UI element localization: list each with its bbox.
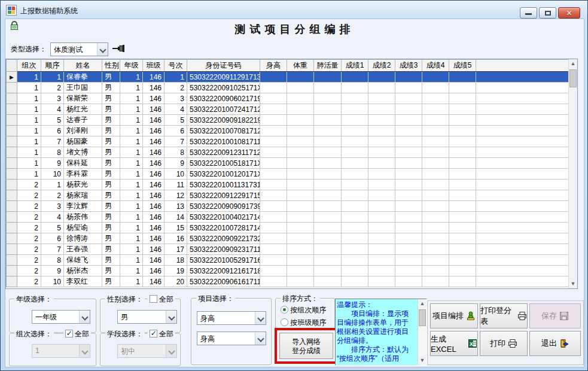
- cell[interactable]: 8: [41, 255, 64, 266]
- cell[interactable]: [287, 83, 314, 93]
- chevron-down-icon[interactable]: [166, 311, 176, 323]
- cell[interactable]: [260, 72, 287, 83]
- cell[interactable]: 10: [41, 276, 64, 287]
- cell[interactable]: [342, 158, 368, 169]
- cell[interactable]: [314, 201, 342, 212]
- cell[interactable]: 1: [120, 115, 143, 126]
- cell[interactable]: 保科延: [64, 158, 102, 169]
- cell[interactable]: 1: [120, 212, 143, 223]
- cell[interactable]: [260, 180, 287, 190]
- cell[interactable]: 男: [102, 180, 120, 190]
- cell[interactable]: [342, 169, 368, 180]
- cell[interactable]: 1: [17, 136, 41, 147]
- cell[interactable]: [368, 147, 395, 158]
- chevron-down-icon[interactable]: [255, 332, 266, 345]
- cell[interactable]: 53032220100120171X: [187, 169, 260, 180]
- cell[interactable]: [314, 115, 342, 126]
- cell[interactable]: 19: [164, 266, 187, 276]
- cell[interactable]: 5: [164, 115, 187, 126]
- cell[interactable]: [260, 266, 287, 276]
- cell[interactable]: [395, 190, 422, 201]
- cell[interactable]: [314, 180, 342, 190]
- cell[interactable]: [395, 136, 422, 147]
- cell[interactable]: [449, 72, 476, 83]
- cell[interactable]: 1: [17, 72, 41, 83]
- cell[interactable]: 146: [143, 266, 164, 276]
- cell[interactable]: 杨茶伟: [64, 212, 102, 223]
- cell[interactable]: 530322200911291713: [187, 72, 260, 83]
- row-indicator[interactable]: [7, 93, 17, 104]
- cell[interactable]: 2: [17, 276, 41, 287]
- cell[interactable]: [342, 93, 368, 104]
- cell[interactable]: 146: [143, 147, 164, 158]
- cell[interactable]: 2: [164, 83, 187, 93]
- sort-by-class-radio[interactable]: [281, 318, 288, 326]
- cell[interactable]: [422, 190, 449, 201]
- cell[interactable]: [476, 158, 569, 169]
- cell[interactable]: [287, 266, 314, 276]
- cell[interactable]: [449, 266, 476, 276]
- cell[interactable]: 4: [41, 104, 64, 115]
- cell[interactable]: [422, 147, 449, 158]
- cell[interactable]: 2: [17, 223, 41, 233]
- cell[interactable]: [314, 255, 342, 266]
- cell[interactable]: 1: [164, 72, 187, 83]
- cell[interactable]: 达睿子: [64, 115, 102, 126]
- cell[interactable]: 保睿拳: [64, 72, 102, 83]
- cell[interactable]: [476, 147, 569, 158]
- cell[interactable]: [395, 126, 422, 136]
- cell[interactable]: [287, 158, 314, 169]
- cell[interactable]: [476, 72, 569, 83]
- cell[interactable]: [476, 212, 569, 223]
- chevron-down-icon[interactable]: [79, 311, 90, 323]
- column-header[interactable]: 身高: [260, 60, 287, 72]
- table-row[interactable]: 26徐博涛男114616530322200909221732: [7, 233, 569, 244]
- row-indicator[interactable]: [7, 212, 17, 223]
- cell[interactable]: 杨国豪: [64, 136, 102, 147]
- cell[interactable]: 李科霖: [64, 169, 102, 180]
- cell[interactable]: [342, 190, 368, 201]
- cell[interactable]: [422, 104, 449, 115]
- column-header[interactable]: 年级: [120, 60, 143, 72]
- cell[interactable]: 146: [143, 83, 164, 93]
- column-header[interactable]: [476, 60, 569, 72]
- table-row[interactable]: 16刘泽刚男11466530322201007081712: [7, 126, 569, 136]
- column-header[interactable]: 成绩5: [449, 60, 476, 72]
- cell[interactable]: 男: [102, 93, 120, 104]
- cell[interactable]: [260, 136, 287, 147]
- cell[interactable]: [368, 266, 395, 276]
- cell[interactable]: 146: [143, 169, 164, 180]
- cell[interactable]: [422, 244, 449, 255]
- cell[interactable]: 1: [120, 180, 143, 190]
- cell[interactable]: [287, 233, 314, 244]
- cell[interactable]: 男: [102, 212, 120, 223]
- cell[interactable]: 146: [143, 223, 164, 233]
- cell[interactable]: [368, 93, 395, 104]
- table-row[interactable]: 22杨家瑞男114612530322200912291715: [7, 190, 569, 201]
- cell[interactable]: [342, 201, 368, 212]
- gender-all-checkbox[interactable]: [150, 295, 157, 303]
- cell[interactable]: [342, 72, 368, 83]
- cell[interactable]: [395, 201, 422, 212]
- cell[interactable]: [476, 266, 569, 276]
- cell[interactable]: [342, 266, 368, 276]
- cell[interactable]: [342, 136, 368, 147]
- cell[interactable]: 堵文博: [64, 147, 102, 158]
- cell[interactable]: 530322200906161711: [187, 276, 260, 287]
- cell[interactable]: 1: [41, 72, 64, 83]
- table-row[interactable]: 15达睿子男11465530322200909182219: [7, 115, 569, 126]
- cell[interactable]: [368, 104, 395, 115]
- cell[interactable]: 5: [41, 223, 64, 233]
- cell[interactable]: [287, 255, 314, 266]
- cell[interactable]: [260, 233, 287, 244]
- cell[interactable]: 1: [120, 104, 143, 115]
- cell[interactable]: [260, 147, 287, 158]
- gender-select-combobox[interactable]: 男: [117, 310, 177, 324]
- cell[interactable]: [422, 276, 449, 287]
- cell[interactable]: 146: [143, 115, 164, 126]
- cell[interactable]: 1: [120, 266, 143, 276]
- cell[interactable]: 146: [143, 126, 164, 136]
- print-score-sheet-button[interactable]: 打印登分表: [480, 303, 528, 329]
- arrange-project-button[interactable]: 项目编排: [430, 303, 478, 329]
- cell[interactable]: [395, 233, 422, 244]
